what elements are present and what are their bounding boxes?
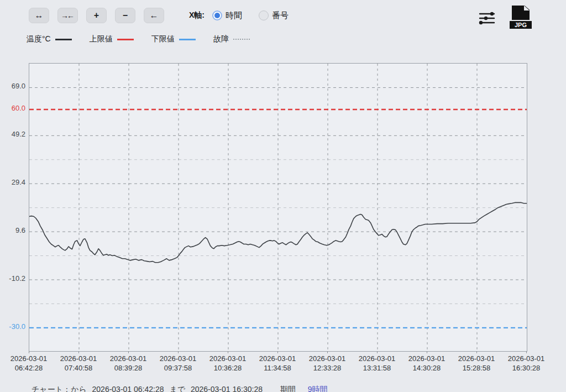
temperature-logger-app: ↔ →← + − ← X軸: 時間 番号: [0, 0, 566, 392]
chart-plot-area[interactable]: [29, 63, 527, 352]
x-axis-tick-mark: [327, 351, 328, 353]
legend-fault-line: [233, 39, 250, 40]
y-tick-label: 29.4: [0, 178, 25, 186]
sliders-icon[interactable]: [479, 12, 495, 25]
jpg-fold-corner: [524, 6, 530, 11]
jpg-export-icon[interactable]: JPG: [510, 6, 532, 29]
legend-item-fault: 故障: [213, 34, 250, 44]
legend-temperature-line: [55, 39, 72, 40]
status-bar: チャート：から 2026-03-01 06:42:28 まで 2026-03-0…: [32, 385, 328, 392]
zoom-in-button[interactable]: +: [86, 8, 107, 23]
x-tick-time: 16:30:28: [496, 363, 557, 373]
x-axis-tick-mark: [476, 351, 477, 353]
legend-temperature-label: 温度°C: [27, 34, 51, 44]
x-axis-tick-mark: [178, 351, 179, 353]
y-tick-label: 60.0: [0, 104, 25, 112]
legend-lower-limit-label: 下限値: [151, 34, 175, 44]
toolbar: ↔ →← + − ← X軸: 時間 番号: [29, 8, 305, 23]
status-middle: まで: [169, 385, 185, 392]
x-axis-mode-label: X軸:: [189, 11, 205, 20]
x-axis-tick-mark: [377, 351, 378, 353]
expand-x-button[interactable]: ↔: [29, 8, 49, 23]
x-axis-tick-mark: [29, 351, 29, 353]
y-tick-label: 49.2: [0, 130, 25, 138]
radio-time[interactable]: 時間: [212, 11, 242, 21]
radio-number[interactable]: 番号: [259, 11, 289, 21]
y-tick-label: -30.0: [0, 322, 25, 331]
y-tick-label: 69.0: [0, 82, 25, 90]
status-from-datetime: 2026-03-01 06:42:28: [92, 385, 164, 392]
pan-left-button[interactable]: ←: [144, 8, 164, 23]
legend-upper-limit-line: [117, 39, 134, 40]
status-period-link[interactable]: 9時間: [308, 385, 328, 392]
x-axis-tick-mark: [427, 351, 427, 353]
legend-upper-limit-label: 上限値: [90, 34, 113, 44]
status-prefix: チャート：から: [32, 385, 87, 392]
legend-item-temperature: 温度°C: [27, 34, 72, 44]
radio-number-dot[interactable]: [259, 11, 269, 20]
x-axis-tick-mark: [228, 351, 228, 353]
legend-lower-limit-line: [179, 39, 196, 40]
legend-item-upper-limit: 上限値: [90, 34, 134, 44]
compress-x-button[interactable]: →←: [57, 8, 78, 23]
legend-fault-label: 故障: [213, 34, 229, 44]
radio-number-label: 番号: [272, 11, 289, 21]
x-axis-tick-mark: [78, 351, 79, 353]
x-axis-tick-mark: [277, 351, 278, 353]
legend-item-lower-limit: 下限値: [151, 34, 196, 44]
x-axis-tick-mark: [128, 351, 129, 353]
jpg-document-shape: [512, 6, 530, 20]
top-right-actions: JPG: [479, 6, 532, 29]
x-tick-label: 2026-03-0116:30:28: [496, 354, 557, 373]
jpg-label: JPG: [510, 21, 532, 29]
zoom-out-button[interactable]: −: [115, 8, 135, 23]
status-period-label: 期間: [280, 385, 296, 392]
radio-time-dot[interactable]: [212, 11, 222, 20]
y-tick-label: 9.6: [0, 226, 25, 234]
x-tick-date: 2026-03-01: [496, 354, 557, 363]
chart-legend: 温度°C 上限値 下限値 故障: [27, 34, 268, 44]
status-to-datetime: 2026-03-01 16:30:28: [191, 385, 263, 392]
x-axis-tick-mark: [526, 351, 527, 353]
radio-time-label: 時間: [226, 11, 242, 21]
y-tick-label: -10.2: [0, 274, 25, 283]
temperature-chart-canvas[interactable]: [29, 64, 527, 351]
